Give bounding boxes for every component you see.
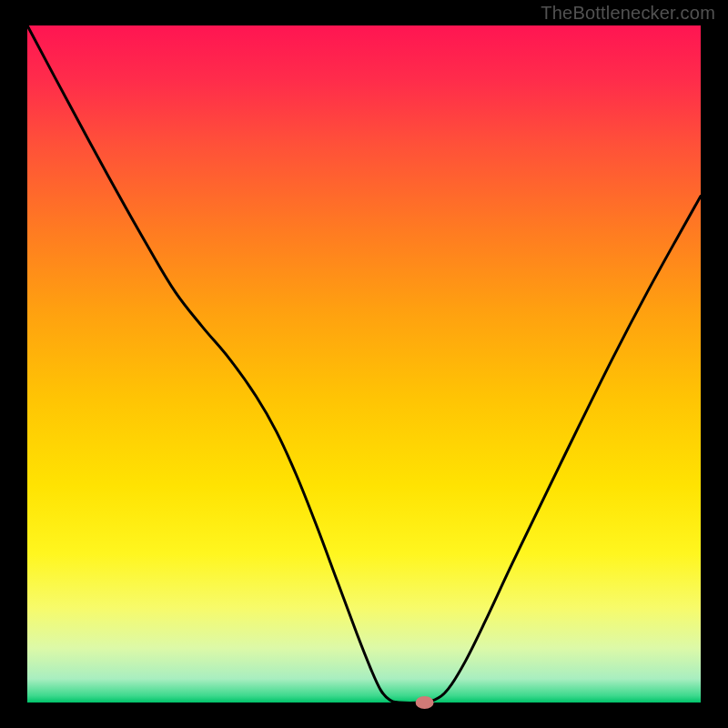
optimal-marker (416, 696, 434, 709)
bottleneck-curve (27, 25, 701, 703)
chart-frame: TheBottlenecker.com (0, 0, 728, 728)
chart-svg (0, 0, 728, 728)
plot-background (27, 25, 701, 703)
watermark-text: TheBottlenecker.com (541, 3, 715, 24)
